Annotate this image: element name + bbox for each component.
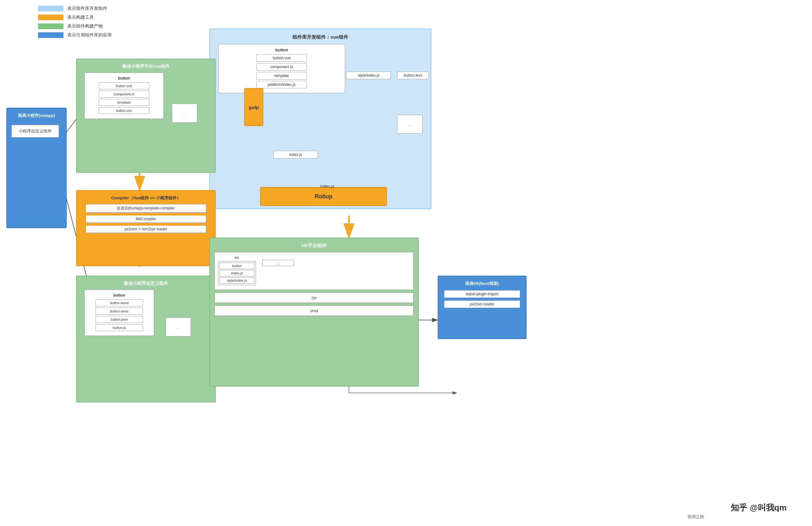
wechat-button-vue: button.vue (99, 82, 149, 89)
h5-dots: ... (262, 260, 294, 266)
wx-placeholder-text: ... (177, 325, 180, 330)
legend-item-3: 表示组件构建产物 (38, 24, 112, 29)
h5-platform-title: H5平台组件 (214, 243, 414, 249)
wechat-button-title: button (88, 76, 160, 80)
wechat-button-css: button.css (99, 107, 149, 114)
legend-item-4: 表示引用组件库的应用 (38, 32, 112, 38)
wx-button-title: button (88, 293, 151, 298)
legend-text-3: 表示组件构建产物 (67, 24, 103, 29)
placeholder-box-1: ... (397, 115, 422, 134)
legend-text-2: 表示构建工具 (67, 15, 94, 20)
h5-cjs-bar: cjs (214, 292, 414, 303)
rollup-box: Rollup (260, 187, 387, 206)
h5-umd-bar: umd (214, 305, 414, 316)
h5-button-label: button (219, 263, 255, 269)
yidian-h5-title: 医典H5(Nuxt框架) (443, 281, 521, 286)
wechat-custom-section: 微信小程序自定义组件 button button.wxml button.wxs… (76, 276, 216, 402)
wechat-placeholder-box: ... (172, 104, 197, 123)
wechat-template: template (99, 99, 149, 106)
template-file: template (256, 72, 307, 79)
h5-babel: babel-plugin-import (444, 290, 520, 298)
h5-px2rem: px2rem loader (444, 300, 520, 308)
legend: 表示组件库开发组件 表示构建工具 表示组件构建产物 表示引用组件库的应用 (38, 6, 112, 38)
component-ts-file: component.ts (256, 63, 307, 71)
compiler-item1: 改进后的uniapp-template-compiler (86, 204, 206, 213)
wechat-mini-vue-section: 微信小程序平台vue组件 button button.vue component… (76, 59, 216, 173)
button-group-title: button (223, 47, 340, 52)
button-group: button button.vue component.ts template … (218, 44, 345, 93)
watermark-main: 知乎 @叫我qm (731, 502, 787, 513)
legend-text-1: 表示组件库开发组件 (67, 6, 107, 11)
legend-item-2: 表示构建工具 (38, 15, 112, 20)
h5-es-label: es (218, 255, 256, 260)
wx-wxss: button.wxss (96, 308, 143, 315)
wx-js: button.js (96, 324, 143, 331)
legend-swatch-green (38, 24, 63, 29)
index-js-bottom-label: index.js (320, 184, 334, 189)
yidian-mini-box: 小程序自定义组件 (11, 125, 59, 137)
legend-swatch-blue-dark (38, 32, 63, 38)
gulp-box: gulp (244, 88, 263, 126)
yidian-app-section: 医典小程序(uniapp) Vue组件 小程序自定义组件 (6, 108, 67, 228)
h5-style-index: style/index.js (219, 277, 255, 284)
legend-text-4: 表示引用组件库的应用 (67, 32, 112, 38)
yidian-mini-label: 小程序自定义组件 (15, 128, 56, 134)
wx-placeholder-box: ... (165, 317, 191, 336)
wx-button-group: button button.wxml button.wxss button.js… (84, 290, 154, 336)
placeholder-text-1: ... (408, 122, 412, 127)
legend-swatch-orange (38, 15, 63, 20)
legend-item-1: 表示组件库开发组件 (38, 6, 112, 11)
button-vue-file: button.vue (256, 54, 307, 62)
component-lib-title: 组件库开发组件：vue组件 (215, 34, 426, 40)
wx-json: button.json (96, 316, 143, 323)
gulp-label: gulp (249, 105, 259, 110)
compiler-section: Compiler（Vue组件 => 小程序组件） 改进后的uniapp-temp… (76, 190, 216, 266)
yidian-h5-section: 医典H5(Nuxt框架) babel-plugin-import px2rem … (438, 276, 526, 339)
button-less-file: button.less (397, 72, 429, 79)
yidian-app-title: 医典小程序(uniapp) (11, 113, 61, 119)
wechat-button-group: button button.vue component.ts template … (84, 73, 164, 119)
platform-index-file: platform/index.js (256, 81, 307, 88)
index-js-inner: index.js (273, 151, 318, 159)
compiler-item3: px2rem + rem2rpx loader (86, 225, 206, 233)
wechat-placeholder-text: ... (183, 111, 187, 116)
wechat-custom-title: 微信小程序自定义组件 (81, 281, 211, 286)
style-index-file: style/index.js (346, 72, 391, 79)
wechat-mini-vue-title: 微信小程序平台vue组件 (81, 64, 211, 70)
wechat-component-ts: component.ts (99, 91, 149, 97)
compiler-item2: MeCompiler (86, 215, 206, 223)
legend-swatch-blue-light (38, 6, 63, 11)
compiler-title: Compiler（Vue组件 => 小程序组件） (81, 195, 211, 201)
wx-wxml: button.wxml (96, 299, 143, 306)
rollup-label: Rollup (315, 193, 332, 200)
component-lib-section: 组件库开发组件：vue组件 button button.vue componen… (209, 29, 431, 209)
h5-platform-section: H5平台组件 es button index.js style/index.js… (209, 238, 419, 387)
h5-index-js: index.js (219, 270, 255, 276)
watermark-sub: 医师之路 (688, 514, 704, 520)
